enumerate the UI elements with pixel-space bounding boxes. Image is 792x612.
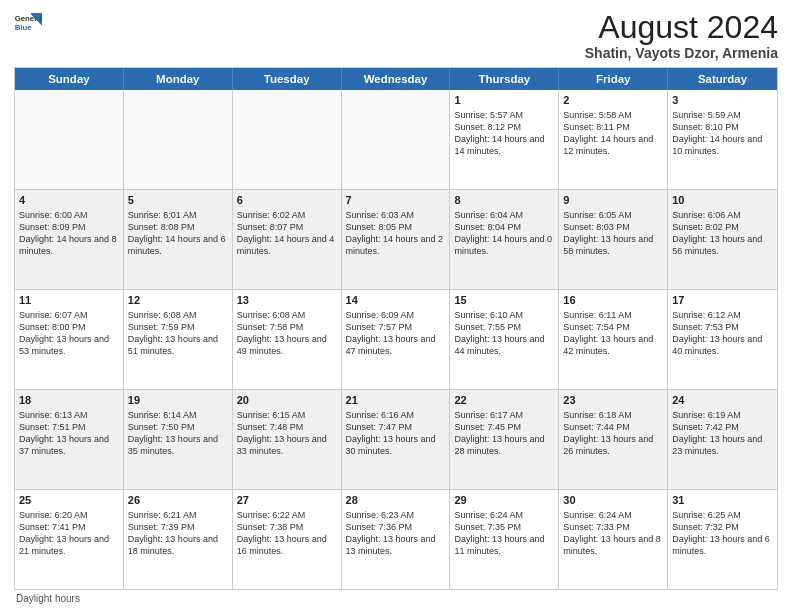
cell-w1-d2: 6Sunrise: 6:02 AM Sunset: 8:07 PM Daylig… — [233, 190, 342, 289]
day-info: Sunrise: 6:11 AM Sunset: 7:54 PM Dayligh… — [563, 310, 653, 356]
day-number: 7 — [346, 193, 446, 208]
week-row-2: 11Sunrise: 6:07 AM Sunset: 8:00 PM Dayli… — [15, 290, 777, 390]
cell-w2-d3: 14Sunrise: 6:09 AM Sunset: 7:57 PM Dayli… — [342, 290, 451, 389]
cell-w3-d2: 20Sunrise: 6:15 AM Sunset: 7:48 PM Dayli… — [233, 390, 342, 489]
day-info: Sunrise: 5:57 AM Sunset: 8:12 PM Dayligh… — [454, 110, 544, 156]
day-info: Sunrise: 6:19 AM Sunset: 7:42 PM Dayligh… — [672, 410, 762, 456]
day-number: 22 — [454, 393, 554, 408]
cell-w0-d4: 1Sunrise: 5:57 AM Sunset: 8:12 PM Daylig… — [450, 90, 559, 189]
day-info: Sunrise: 6:01 AM Sunset: 8:08 PM Dayligh… — [128, 210, 226, 256]
day-info: Sunrise: 6:02 AM Sunset: 8:07 PM Dayligh… — [237, 210, 335, 256]
day-info: Sunrise: 6:22 AM Sunset: 7:38 PM Dayligh… — [237, 510, 327, 556]
cell-w0-d3 — [342, 90, 451, 189]
day-number: 4 — [19, 193, 119, 208]
week-row-0: 1Sunrise: 5:57 AM Sunset: 8:12 PM Daylig… — [15, 90, 777, 190]
day-number: 5 — [128, 193, 228, 208]
cell-w4-d2: 27Sunrise: 6:22 AM Sunset: 7:38 PM Dayli… — [233, 490, 342, 589]
footer-note: Daylight hours — [14, 590, 778, 604]
day-info: Sunrise: 6:15 AM Sunset: 7:48 PM Dayligh… — [237, 410, 327, 456]
cell-w2-d4: 15Sunrise: 6:10 AM Sunset: 7:55 PM Dayli… — [450, 290, 559, 389]
day-info: Sunrise: 6:10 AM Sunset: 7:55 PM Dayligh… — [454, 310, 544, 356]
week-row-4: 25Sunrise: 6:20 AM Sunset: 7:41 PM Dayli… — [15, 490, 777, 589]
cell-w0-d6: 3Sunrise: 5:59 AM Sunset: 8:10 PM Daylig… — [668, 90, 777, 189]
header-thursday: Thursday — [450, 68, 559, 90]
day-info: Sunrise: 6:07 AM Sunset: 8:00 PM Dayligh… — [19, 310, 109, 356]
cell-w2-d1: 12Sunrise: 6:08 AM Sunset: 7:59 PM Dayli… — [124, 290, 233, 389]
cell-w2-d0: 11Sunrise: 6:07 AM Sunset: 8:00 PM Dayli… — [15, 290, 124, 389]
calendar-header: Sunday Monday Tuesday Wednesday Thursday… — [15, 68, 777, 90]
day-number: 2 — [563, 93, 663, 108]
week-row-1: 4Sunrise: 6:00 AM Sunset: 8:09 PM Daylig… — [15, 190, 777, 290]
cell-w1-d5: 9Sunrise: 6:05 AM Sunset: 8:03 PM Daylig… — [559, 190, 668, 289]
header-monday: Monday — [124, 68, 233, 90]
day-number: 25 — [19, 493, 119, 508]
day-number: 12 — [128, 293, 228, 308]
cell-w2-d2: 13Sunrise: 6:08 AM Sunset: 7:58 PM Dayli… — [233, 290, 342, 389]
day-number: 31 — [672, 493, 773, 508]
week-row-3: 18Sunrise: 6:13 AM Sunset: 7:51 PM Dayli… — [15, 390, 777, 490]
day-number: 19 — [128, 393, 228, 408]
day-info: Sunrise: 6:25 AM Sunset: 7:32 PM Dayligh… — [672, 510, 770, 556]
day-number: 6 — [237, 193, 337, 208]
day-number: 17 — [672, 293, 773, 308]
day-number: 24 — [672, 393, 773, 408]
day-info: Sunrise: 6:24 AM Sunset: 7:33 PM Dayligh… — [563, 510, 661, 556]
day-info: Sunrise: 6:03 AM Sunset: 8:05 PM Dayligh… — [346, 210, 444, 256]
logo: General Blue — [14, 10, 44, 38]
day-number: 18 — [19, 393, 119, 408]
page: General Blue August 2024 Shatin, Vayots … — [0, 0, 792, 612]
cell-w4-d6: 31Sunrise: 6:25 AM Sunset: 7:32 PM Dayli… — [668, 490, 777, 589]
cell-w3-d6: 24Sunrise: 6:19 AM Sunset: 7:42 PM Dayli… — [668, 390, 777, 489]
day-info: Sunrise: 6:17 AM Sunset: 7:45 PM Dayligh… — [454, 410, 544, 456]
day-info: Sunrise: 6:08 AM Sunset: 7:59 PM Dayligh… — [128, 310, 218, 356]
day-info: Sunrise: 6:23 AM Sunset: 7:36 PM Dayligh… — [346, 510, 436, 556]
cell-w3-d0: 18Sunrise: 6:13 AM Sunset: 7:51 PM Dayli… — [15, 390, 124, 489]
cell-w4-d1: 26Sunrise: 6:21 AM Sunset: 7:39 PM Dayli… — [124, 490, 233, 589]
cell-w1-d0: 4Sunrise: 6:00 AM Sunset: 8:09 PM Daylig… — [15, 190, 124, 289]
day-info: Sunrise: 5:58 AM Sunset: 8:11 PM Dayligh… — [563, 110, 653, 156]
cell-w0-d2 — [233, 90, 342, 189]
cell-w2-d5: 16Sunrise: 6:11 AM Sunset: 7:54 PM Dayli… — [559, 290, 668, 389]
title-block: August 2024 Shatin, Vayots Dzor, Armenia — [585, 10, 778, 61]
day-info: Sunrise: 6:16 AM Sunset: 7:47 PM Dayligh… — [346, 410, 436, 456]
cell-w1-d6: 10Sunrise: 6:06 AM Sunset: 8:02 PM Dayli… — [668, 190, 777, 289]
day-number: 13 — [237, 293, 337, 308]
day-info: Sunrise: 6:09 AM Sunset: 7:57 PM Dayligh… — [346, 310, 436, 356]
cell-w1-d3: 7Sunrise: 6:03 AM Sunset: 8:05 PM Daylig… — [342, 190, 451, 289]
day-number: 30 — [563, 493, 663, 508]
cell-w3-d3: 21Sunrise: 6:16 AM Sunset: 7:47 PM Dayli… — [342, 390, 451, 489]
day-info: Sunrise: 6:13 AM Sunset: 7:51 PM Dayligh… — [19, 410, 109, 456]
header-wednesday: Wednesday — [342, 68, 451, 90]
day-number: 8 — [454, 193, 554, 208]
cell-w1-d1: 5Sunrise: 6:01 AM Sunset: 8:08 PM Daylig… — [124, 190, 233, 289]
calendar: Sunday Monday Tuesday Wednesday Thursday… — [14, 67, 778, 590]
day-info: Sunrise: 6:06 AM Sunset: 8:02 PM Dayligh… — [672, 210, 762, 256]
cell-w3-d1: 19Sunrise: 6:14 AM Sunset: 7:50 PM Dayli… — [124, 390, 233, 489]
day-number: 27 — [237, 493, 337, 508]
day-number: 28 — [346, 493, 446, 508]
svg-text:Blue: Blue — [15, 23, 33, 32]
day-number: 20 — [237, 393, 337, 408]
header-saturday: Saturday — [668, 68, 777, 90]
logo-icon: General Blue — [14, 10, 42, 38]
cell-w0-d5: 2Sunrise: 5:58 AM Sunset: 8:11 PM Daylig… — [559, 90, 668, 189]
cell-w4-d5: 30Sunrise: 6:24 AM Sunset: 7:33 PM Dayli… — [559, 490, 668, 589]
day-number: 29 — [454, 493, 554, 508]
day-info: Sunrise: 6:21 AM Sunset: 7:39 PM Dayligh… — [128, 510, 218, 556]
day-number: 14 — [346, 293, 446, 308]
calendar-body: 1Sunrise: 5:57 AM Sunset: 8:12 PM Daylig… — [15, 90, 777, 589]
cell-w0-d1 — [124, 90, 233, 189]
day-info: Sunrise: 6:18 AM Sunset: 7:44 PM Dayligh… — [563, 410, 653, 456]
day-number: 10 — [672, 193, 773, 208]
header: General Blue August 2024 Shatin, Vayots … — [14, 10, 778, 61]
cell-w0-d0 — [15, 90, 124, 189]
title-location: Shatin, Vayots Dzor, Armenia — [585, 45, 778, 61]
cell-w4-d3: 28Sunrise: 6:23 AM Sunset: 7:36 PM Dayli… — [342, 490, 451, 589]
day-info: Sunrise: 5:59 AM Sunset: 8:10 PM Dayligh… — [672, 110, 762, 156]
day-number: 21 — [346, 393, 446, 408]
header-friday: Friday — [559, 68, 668, 90]
cell-w3-d4: 22Sunrise: 6:17 AM Sunset: 7:45 PM Dayli… — [450, 390, 559, 489]
day-number: 26 — [128, 493, 228, 508]
cell-w4-d0: 25Sunrise: 6:20 AM Sunset: 7:41 PM Dayli… — [15, 490, 124, 589]
day-number: 1 — [454, 93, 554, 108]
